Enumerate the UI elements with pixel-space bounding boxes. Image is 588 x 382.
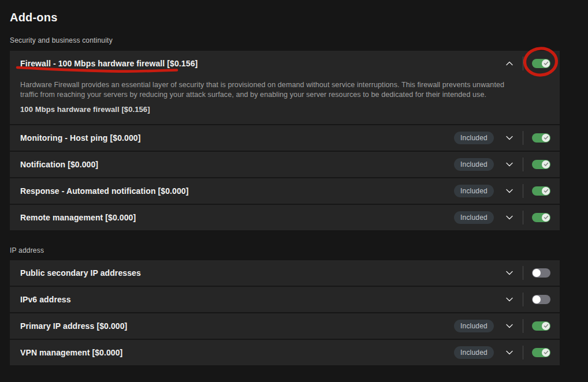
toggle-knob — [542, 349, 550, 357]
included-badge: Included — [454, 211, 494, 224]
addon-title: IPv6 address — [20, 295, 502, 304]
addon-row-public-secondary-ip[interactable]: Public secondary IP addresses — [10, 260, 560, 286]
ipv6-toggle[interactable] — [532, 295, 550, 304]
section-label-security: Security and business continuity — [10, 36, 579, 44]
divider — [523, 293, 523, 306]
row-controls: Included — [454, 211, 550, 224]
row-controls — [502, 57, 550, 70]
public-secondary-ip-toggle[interactable] — [532, 268, 550, 278]
addon-title: VPN management [$0.000] — [20, 348, 454, 357]
divider — [523, 346, 523, 359]
divider — [523, 57, 523, 70]
addon-title: Primary IP address [$0.000] — [20, 321, 454, 331]
row-controls: Included — [454, 158, 550, 171]
primary-ip-toggle[interactable] — [532, 321, 550, 331]
chevron-down-icon[interactable] — [502, 293, 517, 306]
row-controls — [502, 293, 550, 306]
chevron-down-icon[interactable] — [502, 184, 517, 198]
row-controls: Included — [454, 184, 550, 198]
notification-toggle[interactable] — [532, 160, 550, 169]
chevron-down-icon[interactable] — [502, 346, 517, 359]
chevron-down-icon[interactable] — [502, 131, 517, 145]
addon-title: Remote management [$0.000] — [20, 213, 454, 222]
divider — [523, 184, 523, 198]
addon-title: Response - Automated notification [$0.00… — [20, 186, 454, 196]
addon-title: Notification [$0.000] — [20, 160, 454, 169]
addon-row-notification[interactable]: Notification [$0.000] Included — [10, 152, 560, 177]
addon-row-firewall[interactable]: Firewall - 100 Mbps hardware firewall [$… — [10, 51, 560, 76]
chevron-down-icon[interactable] — [502, 158, 517, 171]
addons-page: Add-ons Security and business continuity… — [0, 0, 588, 382]
addon-row-response[interactable]: Response - Automated notification [$0.00… — [10, 178, 560, 204]
section-label-ip-address: IP address — [10, 246, 579, 254]
security-rows: Firewall - 100 Mbps hardware firewall [$… — [10, 51, 560, 230]
addon-row-primary-ip[interactable]: Primary IP address [$0.000] Included — [10, 313, 560, 339]
addon-row-vpn-management[interactable]: VPN management [$0.000] Included — [10, 340, 560, 365]
toggle-knob — [542, 187, 550, 195]
chevron-up-icon[interactable] — [502, 57, 517, 70]
row-controls: Included — [454, 131, 550, 145]
response-toggle[interactable] — [532, 186, 550, 196]
toggle-knob — [533, 295, 541, 304]
monitoring-toggle[interactable] — [532, 133, 550, 143]
firewall-selected-option: 100 Mbps hardware firewall [$0.156] — [20, 105, 550, 114]
divider — [523, 211, 523, 224]
addon-row-ipv6[interactable]: IPv6 address — [10, 287, 560, 312]
toggle-knob — [542, 322, 550, 330]
firewall-toggle[interactable] — [532, 59, 550, 68]
included-badge: Included — [454, 185, 494, 197]
addon-title: Monitoring - Host ping [$0.000] — [20, 133, 454, 143]
chevron-down-icon[interactable] — [502, 266, 517, 280]
remote-management-toggle[interactable] — [532, 213, 550, 222]
addon-row-monitoring[interactable]: Monitoring - Host ping [$0.000] Included — [10, 125, 560, 151]
addon-panel-firewall: Firewall - 100 Mbps hardware firewall [$… — [10, 51, 560, 124]
included-badge: Included — [454, 320, 494, 332]
addon-title: Firewall - 100 Mbps hardware firewall [$… — [20, 59, 502, 68]
addon-title: Public secondary IP addresses — [20, 268, 502, 278]
included-badge: Included — [454, 132, 494, 144]
row-controls — [502, 266, 550, 280]
toggle-knob — [542, 59, 550, 68]
divider — [523, 131, 523, 145]
divider — [523, 158, 523, 171]
toggle-knob — [542, 214, 550, 222]
toggle-knob — [542, 134, 550, 142]
included-badge: Included — [454, 346, 494, 359]
divider — [523, 319, 523, 333]
included-badge: Included — [454, 158, 494, 171]
toggle-knob — [542, 160, 550, 168]
row-controls: Included — [454, 346, 550, 359]
page-title: Add-ons — [10, 11, 579, 24]
divider — [523, 266, 523, 280]
firewall-details: Hardware Firewall provides an essential … — [10, 76, 560, 124]
chevron-down-icon[interactable] — [502, 319, 517, 333]
row-controls: Included — [454, 319, 550, 333]
toggle-knob — [533, 269, 541, 277]
chevron-down-icon[interactable] — [502, 211, 517, 224]
addon-row-remote-management[interactable]: Remote management [$0.000] Included — [10, 205, 560, 230]
ip-address-rows: Public secondary IP addresses IPv6 addre… — [10, 260, 560, 365]
firewall-description: Hardware Firewall provides an essential … — [20, 80, 512, 99]
vpn-management-toggle[interactable] — [532, 348, 550, 357]
